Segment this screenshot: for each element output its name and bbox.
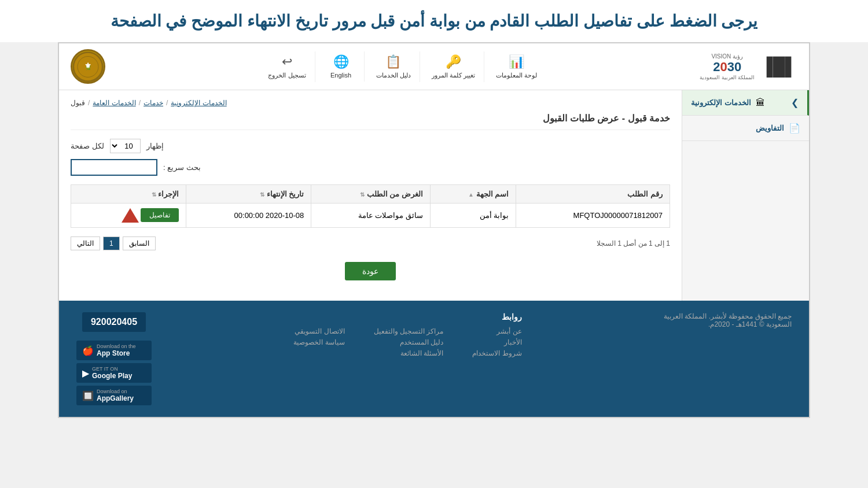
footer-link-marketing[interactable]: الاتصال التسويقي — [293, 327, 344, 335]
header-right: VISION رؤية 2030 المملكة العربية السعودي… — [700, 53, 797, 80]
search-input[interactable] — [71, 159, 157, 176]
col-end-date: تاريخ الإنتهاء ⇅ — [186, 185, 311, 204]
breadcrumb-electronic-services[interactable]: الخدمات الإلكترونية — [171, 99, 226, 107]
logo: 🌿 ⚜ — [71, 49, 105, 84]
google-play-small: GET IT ON — [92, 366, 132, 372]
page-title: خدمة قبول - عرض طلبات القبول — [71, 113, 670, 130]
table-controls: إظهار 10 25 50 لكل صفحة — [71, 139, 670, 153]
nav-dashboard-label: لوحة المعلومات — [496, 72, 537, 79]
details-button[interactable]: تفاصيل — [141, 208, 179, 222]
top-banner: يرجى الضغط على تفاصيل الطلب القادم من بو… — [0, 0, 868, 42]
arrow-up-indicator — [122, 208, 139, 223]
footer-links-heading: روابط — [472, 312, 521, 321]
negotiations-icon: 📄 — [789, 123, 800, 134]
gallery-icon: 🔲 — [82, 390, 94, 401]
nav-change-password[interactable]: 🔑 تغيير كلمة المرور — [423, 51, 484, 82]
breadcrumb-current: قبول — [71, 99, 85, 107]
main-content: الخدمات الإلكترونية / خدمات / الخدمات ال… — [59, 90, 682, 301]
content-area: ❯ 🏛 الخدمات الإلكترونية 📄 التفاويض الخدم… — [59, 90, 809, 301]
footer-link-news[interactable]: الأخبار — [472, 338, 521, 346]
nav-password-label: تغيير كلمة المرور — [432, 72, 475, 79]
footer-link-faq[interactable]: الأسئلة الشائعة — [374, 349, 444, 357]
search-label: بحث سريع : — [163, 163, 201, 172]
per-page-label: لكل صفحة — [71, 142, 104, 150]
footer-col-links: روابط عن أبشر الأخبار شروط الاستخدام — [472, 312, 521, 360]
nav-logout[interactable]: ↩ تسجيل الخروج — [259, 51, 315, 82]
key-icon: 🔑 — [446, 54, 461, 69]
table-row: MFQTOJ00000071812007 بوابة أمن سائق مواص… — [71, 204, 670, 228]
banner-text: يرجى الضغط على تفاصيل الطلب القادم من بو… — [23, 12, 845, 31]
nav-services-guide[interactable]: 📋 دليل الخدمات — [367, 51, 420, 82]
footer-app-badges: 🍎 Download on the App Store ▶ GET IT ON … — [76, 341, 152, 405]
cell-entity-name: بوابة أمن — [430, 204, 516, 228]
nav-language[interactable]: 🌐 English — [318, 51, 365, 82]
per-page-select[interactable]: 10 25 50 — [110, 139, 141, 153]
dashboard-icon: 📊 — [509, 54, 524, 69]
footer-left: 920020405 🍎 Download on the App Store ▶ … — [76, 312, 152, 405]
header-left: 🌿 ⚜ — [71, 49, 105, 84]
copyright-line2: السعودية © 1441هـ - 2020م. — [664, 320, 792, 328]
logout-icon: ↩ — [282, 54, 292, 69]
sidebar-item-electronic-services[interactable]: ❯ 🏛 الخدمات الإلكترونية — [682, 90, 809, 116]
play-icon: ▶ — [82, 368, 89, 379]
nav-language-label: English — [330, 72, 351, 79]
vision-logo: VISION رؤية 2030 المملكة العربية السعودي… — [700, 53, 755, 80]
barcode-icon: ▐█▌ — [760, 57, 797, 76]
apple-icon: 🍎 — [82, 345, 94, 356]
footer-link-terms[interactable]: شروط الاستخدام — [472, 349, 521, 357]
app-gallery-small: Download on — [97, 389, 134, 394]
footer-link-registration[interactable]: مراكز التسجيل والتفعيل — [374, 327, 444, 335]
app-store-badge[interactable]: 🍎 Download on the App Store — [76, 341, 152, 360]
page-1-button[interactable]: 1 — [103, 236, 120, 250]
app-store-small: Download on the — [97, 343, 136, 349]
electronic-services-label: الخدمات الإلكترونية — [691, 98, 751, 107]
prev-page-button[interactable]: السابق — [123, 236, 156, 250]
globe-icon: 🌐 — [333, 54, 349, 69]
app-store-name: App Store — [97, 349, 136, 357]
nav-dashboard[interactable]: 📊 لوحة المعلومات — [487, 51, 546, 82]
header-nav: ↩ تسجيل الخروج 🌐 English 📋 دليل الخدمات … — [259, 51, 545, 82]
pagination-buttons: السابق 1 التالي — [71, 236, 156, 250]
footer-link-about[interactable]: عن أبشر — [472, 327, 521, 335]
google-play-name: Google Play — [92, 372, 132, 380]
breadcrumb-services[interactable]: خدمات — [144, 99, 163, 107]
app-gallery-name: AppGallery — [97, 394, 134, 402]
sort-purpose-icon[interactable]: ⇅ — [360, 191, 365, 198]
next-page-button[interactable]: التالي — [71, 236, 100, 250]
negotiations-label: التفاويض — [756, 124, 784, 132]
footer-link-privacy[interactable]: سياسة الخصوصية — [293, 338, 344, 346]
back-button-area: عودة — [71, 262, 670, 280]
sidebar-item-negotiations[interactable]: 📄 التفاويض — [682, 116, 809, 141]
back-button[interactable]: عودة — [345, 262, 396, 280]
footer-content: 920020405 🍎 Download on the App Store ▶ … — [76, 312, 792, 405]
vision-label: VISION رؤية — [700, 53, 755, 60]
footer-links: روابط عن أبشر الأخبار شروط الاستخدام مرا… — [293, 312, 521, 360]
breadcrumb-public-services[interactable]: الخدمات العامة — [93, 99, 135, 107]
col-purpose: الغرض من الطلب ⇅ — [311, 185, 431, 204]
cell-end-date: 2020-10-08 00:00:00 — [186, 204, 311, 228]
footer-link-user-guide[interactable]: دليل المستخدم — [374, 338, 444, 346]
sort-date-icon[interactable]: ⇅ — [260, 191, 264, 198]
main-wrapper: 🌿 ⚜ ↩ تسجيل الخروج 🌐 English 📋 دليل الخد… — [58, 42, 810, 418]
col-request-number: رقم الطلب — [516, 185, 670, 204]
sort-entity-icon[interactable]: ▲ — [468, 191, 474, 198]
breadcrumb: الخدمات الإلكترونية / خدمات / الخدمات ال… — [71, 99, 670, 107]
header: 🌿 ⚜ ↩ تسجيل الخروج 🌐 English 📋 دليل الخد… — [59, 43, 809, 90]
sort-action-icon[interactable]: ⇅ — [152, 191, 156, 198]
copyright-line1: جميع الحقوق محفوظة لأبشر. المملكة العربي… — [664, 312, 792, 320]
footer-col-services: مراكز التسجيل والتفعيل دليل المستخدم الأ… — [374, 312, 444, 360]
nav-services-label: دليل الخدمات — [376, 72, 411, 79]
cell-action[interactable]: تفاصيل — [71, 204, 186, 228]
show-label: إظهار — [146, 142, 164, 150]
cell-request-number: MFQTOJ00000071812007 — [516, 204, 670, 228]
svg-text:⚜: ⚜ — [84, 62, 91, 70]
records-info: 1 إلى 1 من أصل 1 السجلا — [597, 239, 670, 247]
footer-right: جميع الحقوق محفوظة لأبشر. المملكة العربي… — [664, 312, 792, 328]
app-gallery-badge[interactable]: 🔲 Download on AppGallery — [76, 386, 152, 405]
saudi-label: المملكة العربية السعودية — [700, 75, 755, 80]
col-action: الإجراء ⇅ — [71, 185, 186, 204]
footer-col-contact: الاتصال التسويقي سياسة الخصوصية — [293, 312, 344, 360]
col-entity-name: اسم الجهة ▲ — [430, 185, 516, 204]
google-play-badge[interactable]: ▶ GET IT ON Google Play — [76, 363, 152, 383]
electronic-services-icon: 🏛 — [756, 98, 765, 108]
